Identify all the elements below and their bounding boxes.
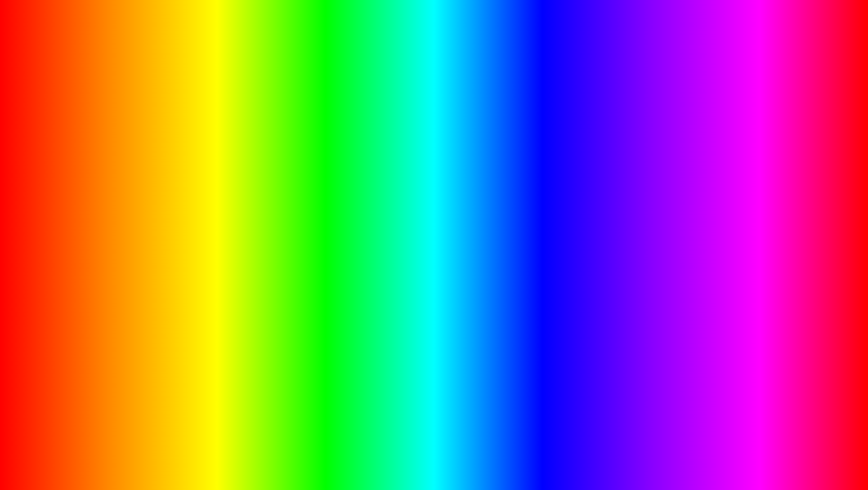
hub-title: BLCK HUB V2 [48, 138, 258, 145]
item-farm-dropdown-container: Chon Item Farm : Electric Claw ▼ [92, 154, 258, 169]
chip-up-arrow-icon: ▲ [808, 156, 814, 164]
mobile-checkmark: ✔ [177, 185, 201, 218]
android-row: ANDROID ✔ [45, 218, 227, 253]
auto-farm-text: AUTO FARM [151, 425, 417, 476]
right-nav-teleport-label: Teleport [626, 208, 647, 215]
farm-dropdown-arrow-icon: ▼ [246, 214, 252, 220]
chip-item-2[interactable]: Bird: Phoenix [655, 203, 819, 219]
right-dungeon-nav-label[interactable]: Dungeon [622, 224, 646, 231]
bf-logo-x: X [819, 436, 832, 455]
character-head [414, 221, 454, 262]
title-char-o: O [277, 4, 337, 85]
title-char-b: B [174, 4, 230, 85]
android-label: ANDROID [45, 217, 196, 253]
bf-logo-line1: BL 💀 X [759, 433, 832, 460]
right-nav-weapons[interactable]: ✕ Weapons [610, 153, 651, 167]
use-dungeon-text: Use in Dungeon Only! [654, 138, 820, 148]
right-nav-player-label: Player [626, 193, 643, 200]
nav-main-label: Main [64, 154, 77, 161]
script-pastebin-text: SCRIPT PASTEBIN [428, 437, 717, 473]
right-race-icon: 📊 [614, 174, 622, 182]
dropdown-arrow-icon: ▼ [246, 159, 252, 165]
blox-fruits-logo: BL 💀 X FRUITS [759, 433, 832, 477]
chip-item-1[interactable]: Sand [655, 187, 819, 203]
chip-item-0[interactable]: Human: Buddha [655, 171, 819, 187]
bf-logo-skull-icon: 💀 [788, 433, 815, 460]
title-char-s: S [642, 4, 694, 85]
start-farm-checkbox[interactable] [248, 244, 258, 254]
main-icon: 🏠 [52, 153, 60, 161]
mobile-row: MOBILE ✔ [45, 184, 227, 218]
title-char-x: X [337, 4, 389, 85]
title-char-t: T [595, 4, 642, 85]
mobile-label: MOBILE [45, 183, 171, 218]
right-weapons-icon: ✕ [614, 156, 618, 164]
item-farm-label: Chon Item Farm : Electric Claw [98, 158, 179, 165]
right-player-icon: 👤 [614, 192, 622, 200]
chip-list: Human: Buddha Sand Bird: Phoenix [654, 170, 820, 219]
title-char-u: U [515, 4, 571, 85]
bottom-text-area: AUTO FARM SCRIPT PASTEBIN [151, 425, 717, 477]
nav-main[interactable]: 🏠 Main [48, 151, 89, 164]
buy-chip-row: Mua Chip Đã Chọn [610, 236, 820, 251]
chip-dropdown[interactable]: Chip Cần Mua : ▲ [654, 152, 820, 168]
right-teleport-icon: 🎯 [614, 207, 622, 215]
chip-header-label: Chip Cần Mua : [660, 156, 707, 164]
mobile-android-text: MOBILE ✔ ANDROID ✔ [45, 184, 227, 253]
right-nav-race-label: Race V4 [626, 171, 647, 185]
title-char-i: I [571, 4, 594, 85]
title-char-l: L [230, 4, 277, 85]
title-char-r: R [460, 4, 515, 85]
right-nav-player[interactable]: 👤 Player [610, 189, 651, 203]
right-nav-race[interactable]: 📊 Race V4 [610, 169, 651, 187]
title-char-f: F [412, 4, 460, 85]
buy-chip-checkbox[interactable] [810, 239, 820, 249]
right-panel: 🏠 Main ✕ Weapons 📊 Race V4 👤 Player 🎯 Te… [603, 130, 828, 258]
right-content: Use in Dungeon Only! Chip Cần Mua : ▲ Hu… [654, 138, 820, 220]
right-nav: 🏠 Main ✕ Weapons 📊 Race V4 👤 Player 🎯 Te… [610, 138, 651, 220]
item-farm-dropdown[interactable]: Chon Item Farm : Electric Claw ▼ [92, 154, 258, 169]
main-title: BLOX FRUITS [0, 9, 868, 81]
right-nav-teleport[interactable]: 🎯 Teleport [610, 205, 651, 218]
android-checkmark: ✔ [202, 219, 227, 253]
bf-logo-bl: BL [759, 436, 785, 455]
right-nav-weapons-label: Weapons [622, 157, 647, 164]
character-body [394, 248, 474, 419]
bf-logo-fruits: FRUITS [759, 460, 832, 477]
right-dungeon-nav-icon: 🏰 [610, 223, 618, 232]
buy-chip-button[interactable]: Mua Chip Đã Chọn [610, 236, 805, 251]
